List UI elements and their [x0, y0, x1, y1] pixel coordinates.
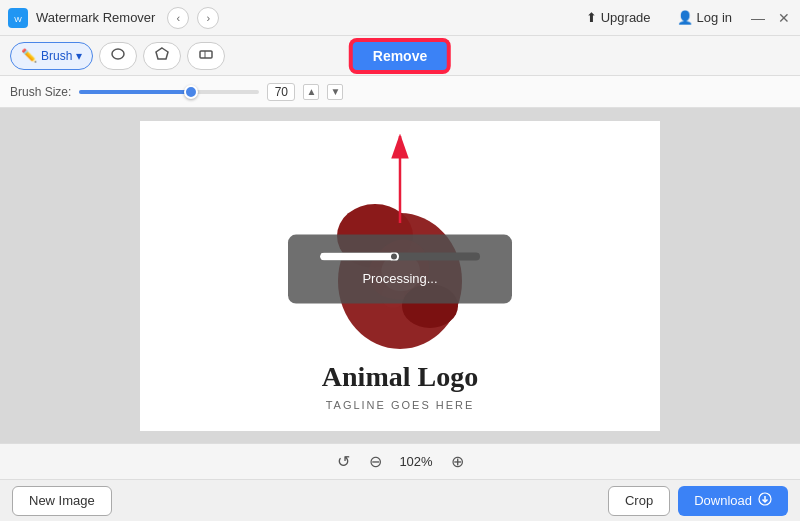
download-label: Download — [694, 493, 752, 508]
brush-slider-fill — [79, 90, 187, 94]
svg-rect-4 — [200, 51, 212, 58]
brush-size-label: Brush Size: — [10, 85, 71, 99]
back-button[interactable]: ‹ — [167, 7, 189, 29]
svg-text:W: W — [14, 15, 22, 24]
close-button[interactable]: ✕ — [776, 10, 792, 26]
new-image-button[interactable]: New Image — [12, 486, 112, 516]
lasso-tool-button[interactable] — [99, 42, 137, 70]
brush-label: Brush — [41, 49, 72, 63]
svg-point-2 — [112, 49, 124, 59]
download-icon — [758, 492, 772, 509]
svg-marker-3 — [156, 48, 168, 59]
app-title: Watermark Remover — [36, 10, 155, 25]
bottom-bar: New Image Crop Download — [0, 479, 800, 521]
zoom-bar: ↺ ⊖ 102% ⊕ — [0, 443, 800, 479]
upgrade-label: Upgrade — [601, 10, 651, 25]
brush-tool-button[interactable]: Brush ▾ — [10, 42, 93, 70]
zoom-reset-button[interactable]: ↺ — [332, 451, 354, 473]
app-icon: W — [8, 8, 28, 28]
brush-icon — [21, 48, 37, 63]
titlebar: W Watermark Remover ‹ › ⬆ Upgrade 👤 Log … — [0, 0, 800, 36]
zoom-out-button[interactable]: ⊖ — [364, 451, 386, 473]
progress-bar-track — [320, 252, 480, 260]
polygon-tool-button[interactable] — [143, 42, 181, 70]
polygon-icon — [154, 46, 170, 65]
progress-bar-fill — [320, 252, 394, 260]
brush-slider[interactable] — [79, 90, 259, 94]
image-canvas: Processing... Animal Logo TAGLINE GOES H… — [140, 121, 660, 431]
processing-text: Processing... — [362, 270, 437, 285]
brush-bar: Brush Size: 70 ▲ ▼ — [0, 76, 800, 108]
processing-overlay: Processing... — [288, 234, 512, 303]
login-label: Log in — [697, 10, 732, 25]
crop-button[interactable]: Crop — [608, 486, 670, 516]
eraser-icon — [198, 46, 214, 65]
remove-button[interactable]: Remove — [351, 40, 449, 72]
progress-dot — [389, 252, 399, 260]
toolbar: Brush ▾ Remove — [0, 36, 800, 76]
logo-title: Animal Logo — [322, 361, 478, 393]
logo-area: Animal Logo TAGLINE GOES HERE — [140, 361, 660, 411]
brush-dropdown-icon: ▾ — [76, 49, 82, 63]
canvas-area[interactable]: Processing... Animal Logo TAGLINE GOES H… — [0, 108, 800, 443]
download-button[interactable]: Download — [678, 486, 788, 516]
login-button[interactable]: 👤 Log in — [669, 7, 740, 28]
lasso-icon — [110, 46, 126, 65]
zoom-level: 102% — [396, 454, 436, 469]
eraser-tool-button[interactable] — [187, 42, 225, 70]
minimize-button[interactable]: — — [750, 10, 766, 26]
brush-value[interactable]: 70 — [267, 83, 295, 101]
logo-tagline: TAGLINE GOES HERE — [326, 399, 475, 411]
brush-increase-button[interactable]: ▲ — [303, 84, 319, 100]
brush-slider-thumb[interactable] — [184, 85, 198, 99]
forward-button[interactable]: › — [197, 7, 219, 29]
user-icon: 👤 — [677, 10, 693, 25]
titlebar-right-actions: ⬆ Upgrade 👤 Log in — ✕ — [578, 7, 792, 28]
upgrade-button[interactable]: ⬆ Upgrade — [578, 7, 659, 28]
upgrade-icon: ⬆ — [586, 10, 597, 25]
brush-decrease-button[interactable]: ▼ — [327, 84, 343, 100]
zoom-in-button[interactable]: ⊕ — [446, 451, 468, 473]
